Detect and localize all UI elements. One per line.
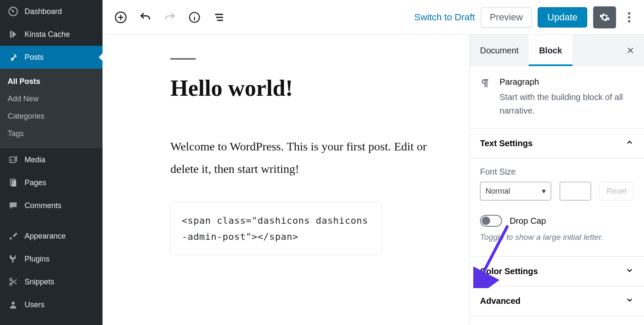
tab-block[interactable]: Block: [529, 35, 572, 66]
block-info: Paragraph Start with the building block …: [470, 66, 644, 129]
svg-point-3: [11, 159, 12, 161]
svg-point-1: [12, 11, 14, 12]
submenu-categories[interactable]: Categories: [0, 108, 103, 125]
submenu-tags[interactable]: Tags: [0, 125, 103, 142]
menu-comments[interactable]: Comments: [0, 194, 103, 217]
menu-kinsta-cache[interactable]: Kinsta Cache: [0, 23, 103, 46]
settings-panel: Document Block Paragraph Start with the …: [469, 35, 644, 325]
pages-icon: [8, 177, 19, 188]
section-text-settings[interactable]: Text Settings: [470, 129, 644, 158]
menu-posts[interactable]: Posts: [0, 46, 103, 69]
switch-to-draft-link[interactable]: Switch to Draft: [414, 12, 475, 23]
update-button[interactable]: Update: [538, 7, 587, 28]
menu-label: Plugins: [25, 255, 50, 264]
workspace: Hello world! Welcome to WordPress. This …: [103, 35, 644, 325]
editor-canvas[interactable]: Hello world! Welcome to WordPress. This …: [103, 35, 469, 325]
menu-label: Users: [25, 300, 44, 309]
svg-point-12: [628, 16, 630, 19]
menu-label: Pages: [25, 178, 46, 187]
menu-label: Comments: [25, 201, 61, 210]
chevron-down-icon: [625, 296, 634, 306]
menu-pages[interactable]: Pages: [0, 171, 103, 194]
chevron-up-icon: [625, 138, 634, 149]
submenu-all-posts[interactable]: All Posts: [0, 73, 103, 90]
editor-topbar: Switch to Draft Preview Update: [103, 0, 644, 35]
svg-rect-2: [10, 157, 15, 163]
menu-label: Media: [25, 156, 45, 164]
dashboard-icon: [8, 6, 19, 17]
menu-snippets[interactable]: Snippets: [0, 270, 103, 293]
menu-plugins[interactable]: Plugins: [0, 247, 103, 270]
block-name: Paragraph: [500, 77, 634, 87]
admin-sidebar: Dashboard Kinsta Cache Posts All Posts A…: [0, 0, 103, 325]
user-icon: [8, 299, 19, 310]
section-label: Text Settings: [480, 139, 533, 148]
menu-media[interactable]: Media: [0, 148, 103, 171]
menu-users[interactable]: Users: [0, 293, 103, 316]
submenu-posts: All Posts Add New Categories Tags: [0, 69, 103, 148]
chevron-down-icon: [625, 266, 634, 277]
comments-icon: [8, 200, 19, 211]
svg-point-13: [628, 20, 630, 22]
settings-toggle-button[interactable]: [593, 6, 616, 28]
font-size-select[interactable]: Normal ▾: [480, 182, 551, 200]
panel-tabs: Document Block: [470, 35, 644, 66]
paragraph-icon: [480, 77, 492, 117]
post-content: Hello world! Welcome to WordPress. This …: [170, 58, 441, 255]
media-icon: [8, 154, 19, 165]
undo-button[interactable]: [135, 7, 156, 28]
text-settings-body: Font Size Normal ▾ Reset Drop Cap Toggle…: [470, 158, 644, 257]
drop-cap-label: Drop Cap: [510, 216, 546, 226]
kinsta-icon: [8, 29, 19, 40]
svg-point-11: [628, 12, 630, 14]
menu-label: Posts: [25, 53, 44, 62]
scissors-icon: [8, 276, 19, 287]
font-size-label: Font Size: [480, 167, 634, 177]
redo-button[interactable]: [159, 7, 180, 28]
panel-body: Paragraph Start with the building block …: [470, 66, 644, 325]
menu-label: Appearance: [25, 232, 66, 241]
toolbar-tools: [110, 7, 230, 28]
more-menu-button[interactable]: [622, 6, 636, 28]
menu-dashboard[interactable]: Dashboard: [0, 0, 103, 23]
pin-icon: [8, 52, 19, 63]
post-title[interactable]: Hello world!: [170, 75, 441, 101]
menu-label: Snippets: [25, 278, 54, 286]
editor-main: Switch to Draft Preview Update Hello wor…: [103, 0, 644, 325]
custom-html-block[interactable]: <span class="dashicons dashicons-admin-p…: [170, 202, 382, 255]
font-size-number-input[interactable]: [560, 182, 591, 200]
menu-label: Kinsta Cache: [25, 30, 70, 39]
outline-button[interactable]: [208, 7, 230, 28]
tab-document[interactable]: Document: [470, 35, 529, 66]
drop-cap-description: Toggle to show a large initial letter.: [480, 233, 634, 242]
menu-appearance[interactable]: Appearance: [0, 225, 103, 247]
close-panel-button[interactable]: [624, 44, 637, 57]
section-label: Advanced: [480, 296, 521, 306]
svg-rect-5: [11, 181, 16, 187]
preview-button[interactable]: Preview: [481, 7, 532, 28]
drop-cap-toggle[interactable]: [480, 215, 502, 227]
toolbar-actions: Switch to Draft Preview Update: [414, 6, 636, 28]
info-button[interactable]: [184, 7, 205, 28]
plug-icon: [8, 253, 19, 264]
paragraph-block[interactable]: Welcome to WordPress. This is your first…: [170, 135, 441, 180]
menu-label: Dashboard: [25, 7, 62, 16]
submenu-add-new[interactable]: Add New: [0, 90, 103, 108]
section-advanced[interactable]: Advanced: [470, 286, 644, 316]
title-rule: [170, 58, 196, 60]
section-color-settings[interactable]: Color Settings: [470, 257, 644, 286]
add-block-button[interactable]: [110, 7, 131, 28]
block-description: Start with the building block of all nar…: [500, 90, 634, 117]
chevron-down-icon: ▾: [542, 186, 546, 196]
font-size-reset-button[interactable]: Reset: [600, 182, 634, 200]
svg-point-8: [11, 302, 14, 305]
section-label: Color Settings: [480, 267, 538, 276]
brush-icon: [8, 231, 19, 242]
font-size-value: Normal: [486, 187, 510, 196]
